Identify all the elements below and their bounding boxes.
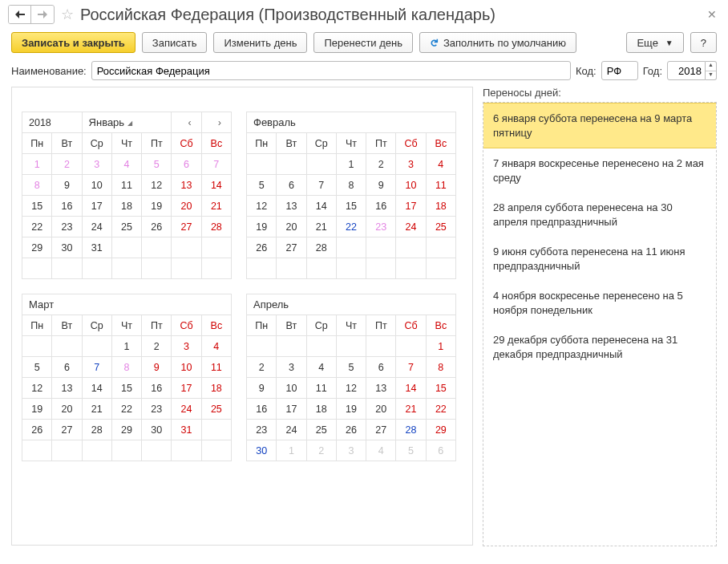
- day-cell[interactable]: 15: [111, 378, 141, 399]
- day-cell[interactable]: 21: [396, 399, 426, 420]
- day-cell[interactable]: 27: [172, 217, 201, 237]
- move-day-button[interactable]: Перенести день: [313, 32, 413, 53]
- transfer-item[interactable]: 4 ноября воскресенье перенесено на 5 ноя…: [483, 281, 716, 325]
- day-cell[interactable]: 24: [172, 399, 201, 420]
- day-cell[interactable]: 26: [22, 420, 52, 440]
- day-cell[interactable]: 26: [247, 237, 277, 258]
- day-cell[interactable]: 5: [336, 357, 366, 378]
- transfer-item[interactable]: 28 апреля суббота перенесена на 30 апрел…: [483, 193, 716, 237]
- year-input[interactable]: [667, 61, 706, 80]
- day-cell[interactable]: 15: [22, 196, 52, 217]
- day-cell[interactable]: 3: [82, 154, 111, 175]
- transfer-item[interactable]: 29 декабря суббота перенесена на 31 дека…: [483, 325, 716, 369]
- day-cell[interactable]: 4: [201, 336, 231, 357]
- day-cell[interactable]: 8: [336, 175, 366, 196]
- close-icon[interactable]: ✕: [707, 8, 717, 21]
- day-cell[interactable]: 17: [172, 378, 201, 399]
- day-cell[interactable]: 10: [172, 357, 201, 378]
- day-cell[interactable]: 23: [52, 217, 82, 237]
- day-cell[interactable]: 5: [142, 154, 172, 175]
- day-cell[interactable]: 21: [201, 196, 231, 217]
- day-cell[interactable]: 25: [426, 217, 455, 237]
- day-cell[interactable]: 7: [82, 357, 111, 378]
- month-name[interactable]: Март: [22, 294, 232, 315]
- day-cell[interactable]: 3: [336, 440, 366, 461]
- day-cell[interactable]: 10: [277, 378, 306, 399]
- day-cell[interactable]: 20: [366, 399, 396, 420]
- day-cell[interactable]: 4: [366, 440, 396, 461]
- day-cell[interactable]: 20: [172, 196, 201, 217]
- day-cell[interactable]: 2: [306, 440, 336, 461]
- day-cell[interactable]: 29: [426, 420, 455, 440]
- month-name[interactable]: Январь◢: [82, 112, 172, 133]
- day-cell[interactable]: 22: [22, 217, 52, 237]
- day-cell[interactable]: 19: [247, 217, 277, 237]
- day-cell[interactable]: 9: [52, 175, 82, 196]
- day-cell[interactable]: 18: [111, 196, 141, 217]
- day-cell[interactable]: 5: [22, 357, 52, 378]
- day-cell[interactable]: 22: [426, 399, 455, 420]
- year-spinner-up[interactable]: ▲: [706, 62, 716, 71]
- day-cell[interactable]: 13: [277, 196, 306, 217]
- day-cell[interactable]: 21: [82, 399, 111, 420]
- day-cell[interactable]: 23: [142, 399, 172, 420]
- day-cell[interactable]: 11: [306, 378, 336, 399]
- name-input[interactable]: [91, 61, 571, 80]
- day-cell[interactable]: 2: [366, 154, 396, 175]
- day-cell[interactable]: 17: [277, 399, 306, 420]
- day-cell[interactable]: 30: [52, 237, 82, 258]
- day-cell[interactable]: 27: [277, 237, 306, 258]
- day-cell[interactable]: 12: [22, 378, 52, 399]
- month-name[interactable]: Апрель: [247, 294, 456, 315]
- day-cell[interactable]: 9: [366, 175, 396, 196]
- day-cell[interactable]: 2: [247, 357, 277, 378]
- day-cell[interactable]: 4: [111, 154, 141, 175]
- day-cell[interactable]: 16: [52, 196, 82, 217]
- day-cell[interactable]: 13: [172, 175, 201, 196]
- day-cell[interactable]: 8: [22, 175, 52, 196]
- day-cell[interactable]: 15: [336, 196, 366, 217]
- day-cell[interactable]: 4: [426, 154, 455, 175]
- day-cell[interactable]: 16: [247, 399, 277, 420]
- day-cell[interactable]: 28: [201, 217, 231, 237]
- day-cell[interactable]: 28: [396, 420, 426, 440]
- day-cell[interactable]: 2: [142, 336, 172, 357]
- day-cell[interactable]: 8: [426, 357, 455, 378]
- save-and-close-button[interactable]: Записать и закрыть: [11, 32, 135, 53]
- day-cell[interactable]: 7: [396, 357, 426, 378]
- day-cell[interactable]: 26: [142, 217, 172, 237]
- day-cell[interactable]: 17: [82, 196, 111, 217]
- code-input[interactable]: [601, 61, 638, 80]
- month-name[interactable]: Февраль: [247, 112, 456, 133]
- day-cell[interactable]: 16: [366, 196, 396, 217]
- favorite-star-icon[interactable]: ☆: [61, 6, 74, 23]
- day-cell[interactable]: 24: [277, 420, 306, 440]
- day-cell[interactable]: 22: [111, 399, 141, 420]
- day-cell[interactable]: 14: [82, 378, 111, 399]
- day-cell[interactable]: 11: [111, 175, 141, 196]
- day-cell[interactable]: 13: [366, 378, 396, 399]
- save-button[interactable]: Записать: [142, 32, 208, 53]
- day-cell[interactable]: 11: [201, 357, 231, 378]
- day-cell[interactable]: 27: [52, 420, 82, 440]
- day-cell[interactable]: 24: [82, 217, 111, 237]
- next-month-button[interactable]: ›: [201, 112, 231, 133]
- day-cell[interactable]: 30: [142, 420, 172, 440]
- day-cell[interactable]: 4: [306, 357, 336, 378]
- day-cell[interactable]: 1: [336, 154, 366, 175]
- prev-month-button[interactable]: ‹: [172, 112, 201, 133]
- transfer-item[interactable]: 7 января воскресенье перенесено на 2 мая…: [483, 148, 716, 193]
- day-cell[interactable]: 3: [396, 154, 426, 175]
- day-cell[interactable]: 14: [396, 378, 426, 399]
- more-button[interactable]: Еще▼: [626, 32, 683, 53]
- transfer-item[interactable]: 6 января суббота перенесена на 9 марта п…: [483, 103, 716, 148]
- day-cell[interactable]: 30: [247, 440, 277, 461]
- day-cell[interactable]: 21: [306, 217, 336, 237]
- day-cell[interactable]: 6: [366, 357, 396, 378]
- day-cell[interactable]: 18: [426, 196, 455, 217]
- help-button[interactable]: ?: [690, 32, 717, 53]
- calendar-year-cell[interactable]: 2018: [22, 112, 83, 133]
- day-cell[interactable]: 12: [142, 175, 172, 196]
- day-cell[interactable]: 18: [201, 378, 231, 399]
- day-cell[interactable]: 31: [82, 237, 111, 258]
